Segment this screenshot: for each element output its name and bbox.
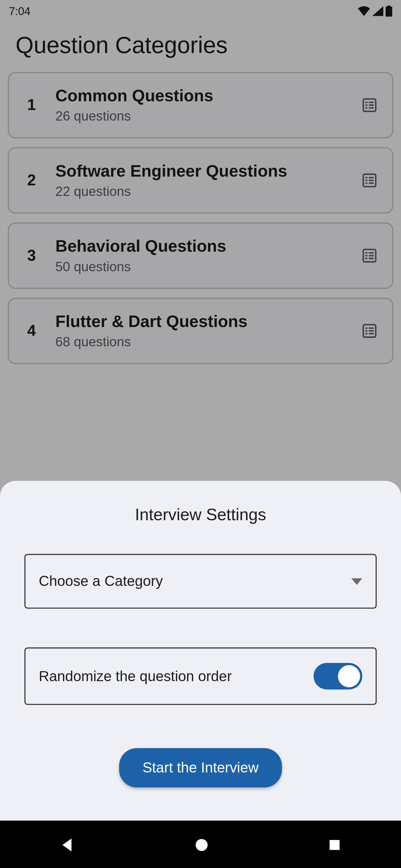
category-dropdown[interactable]: Choose a Category	[24, 554, 377, 609]
svg-point-30	[196, 839, 208, 851]
randomize-row: Randomize the question order	[24, 647, 377, 705]
interview-settings-sheet: Interview Settings Choose a Category Ran…	[0, 481, 401, 820]
back-icon[interactable]	[60, 837, 75, 852]
start-interview-button[interactable]: Start the Interview	[119, 748, 282, 787]
home-icon[interactable]	[194, 838, 209, 852]
sheet-title: Interview Settings	[24, 505, 377, 524]
recents-icon[interactable]	[328, 838, 341, 851]
svg-rect-31	[330, 840, 340, 849]
android-navbar	[0, 821, 401, 868]
randomize-label: Randomize the question order	[39, 668, 232, 685]
randomize-switch[interactable]	[314, 663, 362, 689]
dropdown-placeholder: Choose a Category	[39, 572, 163, 590]
chevron-down-icon	[351, 578, 362, 585]
